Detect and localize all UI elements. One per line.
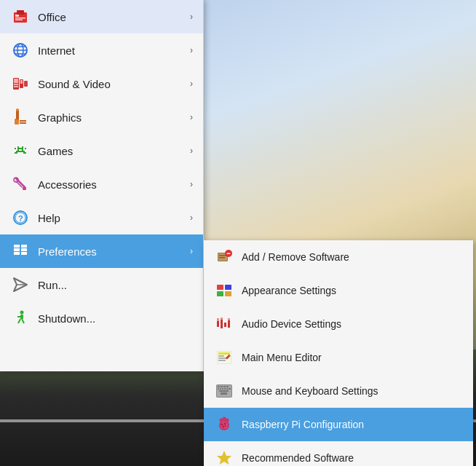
svg-point-19	[16, 108, 19, 111]
svg-rect-67	[221, 317, 223, 320]
svg-rect-27	[22, 146, 23, 148]
arrow-sound-video: ›	[190, 79, 193, 89]
menu-item-preferences[interactable]: Preferences ›	[0, 234, 203, 268]
svg-rect-29	[22, 149, 23, 151]
submenu-label-appearance: Appearance Settings	[242, 285, 336, 296]
svg-rect-45	[21, 248, 27, 251]
svg-rect-42	[14, 248, 20, 251]
menu-item-internet[interactable]: Internet ›	[0, 33, 203, 67]
svg-rect-57	[219, 257, 225, 258]
menu-item-accessories[interactable]: Accessories ›	[0, 167, 203, 201]
svg-rect-24	[17, 148, 19, 149]
office-icon	[10, 7, 31, 27]
submenu-item-recommended[interactable]: Recommended Software	[204, 441, 473, 466]
svg-point-99	[223, 426, 225, 428]
svg-rect-84	[218, 388, 219, 390]
submenu-label-raspi-config: Raspberry Pi Configuration	[242, 419, 364, 430]
svg-line-53	[22, 319, 24, 323]
svg-rect-32	[15, 152, 17, 154]
menu-item-graphics[interactable]: Graphics ›	[0, 100, 203, 134]
svg-rect-74	[218, 355, 224, 357]
svg-rect-1	[17, 10, 24, 15]
svg-rect-3	[15, 17, 25, 19]
svg-rect-46	[21, 252, 27, 255]
svg-rect-82	[223, 386, 226, 387]
submenu-label-menu-editor: Main Menu Editor	[242, 352, 322, 363]
accessories-icon	[10, 174, 31, 194]
internet-icon	[10, 40, 31, 60]
svg-rect-43	[14, 252, 20, 255]
svg-rect-31	[16, 151, 25, 152]
svg-rect-41	[14, 245, 20, 248]
preferences-icon	[10, 241, 31, 261]
menu-item-office[interactable]: Office ›	[0, 0, 203, 33]
svg-rect-87	[224, 388, 226, 390]
submenu-item-add-remove[interactable]: Add / Remove Software	[204, 240, 473, 274]
menu-label-internet: Internet	[38, 44, 190, 57]
menu-item-shutdown[interactable]: Shutdown...	[0, 301, 203, 335]
menu-item-games[interactable]: Games ›	[0, 134, 203, 167]
submenu-item-appearance[interactable]: Appearance Settings	[204, 274, 473, 307]
svg-rect-25	[17, 149, 19, 151]
submenu-preferences: Add / Remove Software Appearance Setting…	[204, 240, 473, 466]
audio-icon	[214, 314, 234, 334]
svg-line-52	[18, 319, 20, 323]
svg-text:?: ?	[18, 214, 23, 223]
arrow-internet: ›	[190, 45, 193, 55]
svg-point-97	[221, 424, 223, 426]
svg-rect-28	[22, 148, 23, 149]
help-icon: ?	[10, 208, 31, 228]
menu-label-shutdown: Shutdown...	[38, 312, 193, 325]
svg-rect-70	[228, 318, 230, 321]
submenu-label-recommended: Recommended Software	[242, 452, 354, 464]
svg-rect-76	[218, 360, 226, 361]
svg-rect-65	[217, 318, 219, 322]
svg-rect-12	[14, 84, 18, 85]
run-icon	[10, 275, 31, 295]
submenu-item-raspi-config[interactable]: Raspberry Pi Configuration	[204, 408, 473, 441]
svg-rect-90	[219, 390, 229, 392]
svg-rect-61	[225, 285, 231, 290]
svg-rect-22	[15, 148, 16, 149]
add-remove-icon	[214, 247, 234, 267]
svg-rect-20	[20, 120, 26, 122]
svg-rect-69	[228, 320, 230, 328]
recommended-icon	[214, 448, 234, 466]
arrow-accessories: ›	[190, 179, 193, 189]
svg-point-96	[226, 419, 229, 422]
svg-rect-16	[20, 80, 23, 84]
svg-rect-4	[15, 20, 23, 21]
mouse-keyboard-icon	[214, 381, 234, 401]
menu-label-preferences: Preferences	[38, 245, 190, 258]
svg-rect-11	[14, 79, 18, 83]
svg-rect-81	[221, 386, 223, 387]
menu-label-office: Office	[38, 11, 190, 23]
svg-point-49	[20, 311, 24, 315]
arrow-help: ›	[190, 213, 193, 223]
graphics-icon	[10, 107, 31, 127]
svg-point-100	[225, 425, 226, 427]
menu-item-run[interactable]: Run...	[0, 268, 203, 301]
svg-rect-30	[25, 148, 26, 149]
svg-rect-56	[219, 255, 226, 256]
submenu-item-menu-editor[interactable]: Main Menu Editor	[204, 341, 473, 374]
svg-point-98	[224, 423, 226, 425]
games-icon	[10, 141, 31, 161]
submenu-item-audio[interactable]: Audio Device Settings	[204, 307, 473, 341]
sound-video-icon	[10, 74, 31, 94]
svg-rect-60	[217, 285, 223, 290]
svg-rect-44	[21, 245, 27, 248]
arrow-preferences: ›	[190, 246, 193, 256]
svg-rect-13	[14, 86, 18, 87]
menu-label-games: Games	[38, 145, 190, 157]
svg-marker-101	[217, 451, 231, 465]
svg-rect-80	[218, 386, 220, 387]
svg-rect-26	[19, 148, 22, 149]
menu-editor-icon	[214, 347, 234, 368]
menu-item-sound-video[interactable]: Sound & Video ›	[0, 67, 203, 100]
svg-rect-21	[20, 122, 26, 124]
svg-rect-17	[15, 119, 19, 125]
svg-rect-2	[15, 15, 19, 17]
menu-item-help[interactable]: ? Help ›	[0, 201, 203, 234]
submenu-item-mouse-keyboard[interactable]: Mouse and Keyboard Settings	[204, 374, 473, 408]
